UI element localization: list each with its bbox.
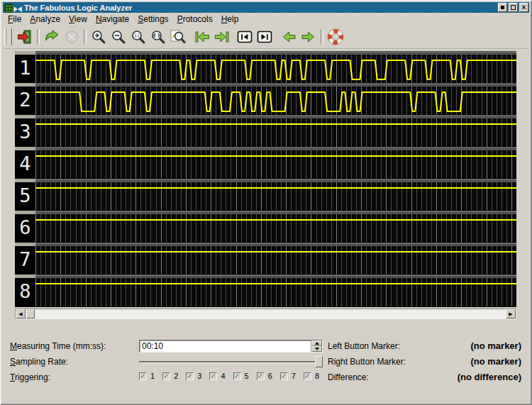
channel-label: 7: [15, 246, 35, 274]
channel-label: 4: [15, 150, 35, 179]
trigger-checkbox[interactable]: ✓: [209, 372, 217, 380]
page-left-icon: [236, 28, 253, 45]
menu-view[interactable]: View: [65, 13, 92, 25]
trigger-checkbox-group: ✓5: [233, 372, 249, 380]
trigger-checkbox[interactable]: ✓: [162, 372, 170, 380]
sampling-rate-slider[interactable]: [139, 355, 323, 367]
zoom-fit-button[interactable]: [148, 27, 168, 47]
trigger-checkbox-label: 6: [268, 372, 272, 380]
go-to-begin-button[interactable]: [192, 27, 212, 47]
trigger-checkbox-label: 7: [292, 372, 296, 380]
menu-navigate[interactable]: Navigate: [92, 13, 133, 25]
window-frame: The Fabulous Logic Analyzer × File Analy…: [0, 0, 532, 405]
minimize-button[interactable]: [498, 3, 507, 12]
measuring-time-spinbox[interactable]: [139, 340, 323, 353]
triggering-label: Triggering:: [10, 372, 50, 382]
slider-trough[interactable]: [139, 361, 317, 362]
left-marker-label: Left Button Marker:: [328, 341, 400, 351]
app-icon: [4, 4, 21, 12]
toolbar-separator: [37, 29, 40, 45]
spin-up-button[interactable]: [311, 340, 322, 346]
left-marker-value: (no marker): [470, 340, 521, 351]
menu-protocols[interactable]: Protocols: [173, 13, 217, 25]
toolbar-separator: [321, 29, 323, 45]
horizontal-scrollbar[interactable]: ◀ ▶: [15, 309, 516, 319]
trigger-checkbox-label: 4: [221, 372, 225, 380]
channel-labels: 12345678: [15, 51, 35, 306]
right-marker-label: Right Button Marker:: [328, 357, 406, 367]
menu-settings[interactable]: Settings: [133, 13, 172, 25]
page-right-icon: [256, 28, 273, 45]
go-last-icon: [214, 28, 231, 45]
trigger-checkbox[interactable]: ✓: [280, 372, 288, 380]
arrow-right-icon: [300, 28, 317, 45]
maximize-icon: [511, 5, 516, 10]
menu-help[interactable]: Help: [217, 13, 243, 25]
maximize-button[interactable]: [509, 3, 518, 12]
arrow-left-icon: [280, 28, 297, 45]
zoom-in-button[interactable]: [89, 27, 109, 47]
go-first-icon: [194, 28, 211, 45]
close-button[interactable]: ×: [519, 3, 528, 12]
channel-label: 6: [15, 214, 35, 243]
trigger-checkbox[interactable]: ✓: [304, 372, 311, 380]
exit-button[interactable]: [15, 27, 35, 47]
trigger-checkbox-label: 3: [197, 372, 201, 380]
help-button[interactable]: [326, 27, 345, 47]
exit-icon: [16, 28, 33, 45]
toolbar: 1:1: [3, 25, 529, 49]
minimize-icon: [501, 6, 504, 9]
run-redo-icon: [43, 28, 60, 45]
trigger-checkbox-group: ✓1: [139, 372, 155, 380]
measuring-time-label: Measuring Time (mm:ss):: [10, 341, 106, 351]
channel-label: 5: [15, 182, 35, 211]
measuring-time-input[interactable]: [142, 341, 301, 351]
trigger-checkbox-group: ✓4: [209, 372, 225, 380]
channel-label: 2: [15, 87, 35, 115]
step-right-button[interactable]: [299, 27, 318, 47]
channel-label: 1: [15, 55, 35, 83]
zoom-selection-button[interactable]: [168, 27, 188, 47]
toolbar-grip[interactable]: [4, 28, 12, 45]
titlebar[interactable]: The Fabulous Logic Analyzer ×: [3, 2, 529, 13]
zoom-normal-icon: 1:1: [130, 28, 147, 45]
toolbar-separator: [84, 29, 87, 45]
spin-up-icon: [315, 342, 319, 345]
page-right-button[interactable]: [255, 27, 275, 47]
arrow-right-icon: ▶: [509, 311, 512, 316]
trigger-checkbox-group: ✓3: [186, 372, 201, 380]
trigger-checkbox-label: 8: [315, 372, 319, 380]
trigger-checkbox[interactable]: ✓: [233, 372, 241, 380]
step-left-button[interactable]: [279, 27, 299, 47]
trigger-checkbox-label: 1: [150, 372, 155, 380]
page-left-button[interactable]: [235, 27, 255, 47]
trigger-checkbox-group: ✓2: [162, 372, 178, 380]
zoom-normal-button[interactable]: 1:1: [128, 27, 148, 47]
scroll-right-button[interactable]: ▶: [506, 309, 516, 318]
zoom-out-button[interactable]: [109, 27, 128, 47]
trigger-checkbox-label: 2: [174, 372, 178, 380]
help-lifebuoy-icon: [327, 28, 344, 45]
trigger-checkbox-label: 5: [245, 372, 249, 380]
trigger-checkbox[interactable]: ✓: [139, 372, 147, 380]
scrollbar-thumb[interactable]: [26, 309, 35, 318]
stop-icon: [63, 28, 80, 45]
slider-handle[interactable]: [315, 356, 323, 367]
right-marker-value: (no marker): [470, 356, 521, 367]
go-to-end-button[interactable]: [212, 27, 232, 47]
run-button[interactable]: [42, 27, 62, 47]
channel-label: 3: [15, 118, 35, 147]
waveform-display[interactable]: [35, 51, 516, 306]
window-title: The Fabulous Logic Analyzer: [24, 4, 132, 12]
triggering-row: Triggering: ✓1✓2✓3✓4✓5✓6✓7✓8 Difference:…: [0, 371, 532, 384]
trigger-checkbox[interactable]: ✓: [186, 372, 194, 380]
menu-analyze[interactable]: Analyze: [26, 13, 65, 25]
scroll-left-button[interactable]: ◀: [16, 309, 26, 318]
menu-file[interactable]: File: [4, 13, 26, 25]
spin-down-button[interactable]: [311, 346, 322, 352]
trigger-checkbox[interactable]: ✓: [257, 372, 265, 380]
spin-down-icon: [315, 348, 319, 350]
zoom-fit-icon: [150, 28, 167, 45]
zoom-out-icon: [110, 28, 127, 45]
stop-button: [62, 27, 82, 47]
